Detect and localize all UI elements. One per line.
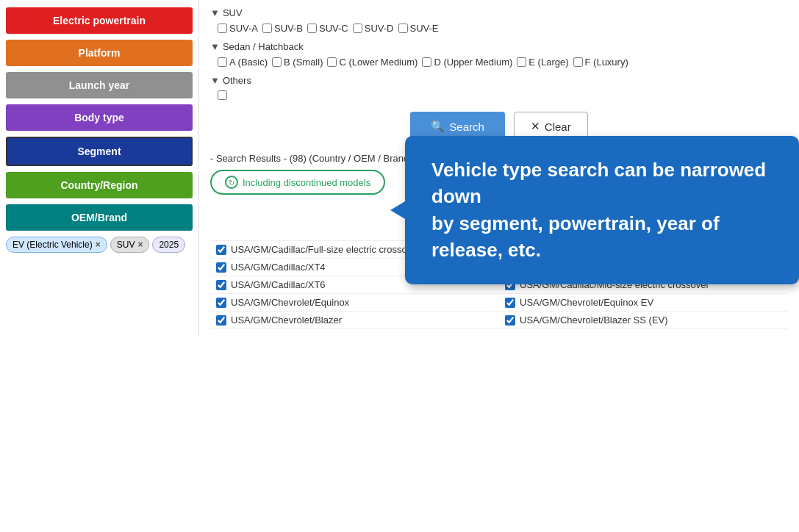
sedan-b-checkbox[interactable] — [272, 57, 282, 67]
suv-b-checkbox[interactable] — [262, 24, 272, 33]
suv-a-option[interactable]: SUV-A — [218, 23, 258, 34]
result-checkbox-2-left[interactable] — [216, 262, 226, 273]
result-checkbox-1-left[interactable] — [216, 245, 226, 255]
sedan-e-option[interactable]: E (Large) — [517, 57, 568, 68]
suv-b-option[interactable]: SUV-B — [262, 23, 303, 34]
result-label-4-right: USA/GM/Chevrolet/Equinox EV — [520, 297, 653, 308]
sedan-options-row: A (Basic) B (Small) C (Lower Medium) D (… — [218, 57, 788, 68]
suv-d-checkbox[interactable] — [353, 24, 362, 33]
tooltip-text: Vehicle type search can be narrowed down… — [431, 159, 766, 261]
sedan-d-option[interactable]: D (Upper Medium) — [422, 57, 512, 68]
others-checkbox[interactable] — [218, 90, 227, 100]
suv-section-title: SUV — [223, 7, 243, 18]
sedan-section-title: Sedan / Hatchback — [223, 41, 304, 52]
discontinued-toggle-icon: ↻ — [225, 176, 238, 189]
suv-e-option[interactable]: SUV-E — [398, 23, 439, 34]
tag-suv[interactable]: SUV × — [110, 237, 150, 253]
sedan-f-checkbox[interactable] — [573, 57, 583, 67]
country-region-btn[interactable]: Country/Region — [6, 172, 193, 198]
tag-ev-label: EV (Electric Vehicle) — [12, 240, 93, 250]
result-checkbox-4-right[interactable] — [505, 298, 515, 308]
platform-btn[interactable]: Platform — [6, 40, 193, 66]
tag-ev-remove[interactable]: × — [96, 240, 101, 250]
result-checkbox-5-right[interactable] — [505, 315, 515, 326]
suv-options-row: SUV-A SUV-B SUV-C SUV-D SUV-E — [218, 23, 788, 34]
search-label: Search — [449, 121, 484, 133]
result-label-4-left: USA/GM/Chevrolet/Equinox — [231, 297, 349, 308]
content-area: ▼ SUV SUV-A SUV-B SUV-C SUV-D SUV-E ▼ Se… — [198, 0, 799, 337]
tag-suv-label: SUV — [117, 240, 135, 250]
sedan-section-header: ▼ Sedan / Hatchback — [210, 41, 788, 52]
others-section-title: Others — [223, 75, 251, 86]
sedan-d-checkbox[interactable] — [422, 57, 431, 67]
sedan-b-option[interactable]: B (Small) — [272, 57, 323, 68]
sedan-a-option[interactable]: A (Basic) — [218, 57, 268, 68]
suv-d-option[interactable]: SUV-D — [353, 23, 394, 34]
others-section: ▼ Others — [210, 75, 788, 100]
suv-section: ▼ SUV SUV-A SUV-B SUV-C SUV-D SUV-E — [210, 7, 788, 34]
result-item-4-left[interactable]: USA/GM/Chevrolet/Equinox — [210, 294, 499, 312]
result-label-3-left: USA/GM/Cadillac/XT6 — [231, 279, 326, 290]
result-item-4-right[interactable]: USA/GM/Chevrolet/Equinox EV — [499, 294, 788, 312]
sedan-collapse-arrow[interactable]: ▼ — [210, 41, 220, 52]
clear-label: Clear — [545, 121, 571, 133]
segment-btn[interactable]: Segment — [6, 137, 193, 166]
launch-year-btn[interactable]: Launch year — [6, 72, 193, 98]
sedan-section: ▼ Sedan / Hatchback A (Basic) B (Small) … — [210, 41, 788, 68]
suv-section-header: ▼ SUV — [210, 7, 788, 18]
sedan-c-checkbox[interactable] — [327, 57, 337, 67]
result-item-5-left[interactable]: USA/GM/Chevrolet/Blazer — [210, 312, 499, 329]
suv-e-checkbox[interactable] — [398, 24, 408, 33]
sedan-f-option[interactable]: F (Luxury) — [573, 57, 628, 68]
result-checkbox-4-left[interactable] — [216, 298, 226, 308]
tag-suv-remove[interactable]: × — [137, 240, 143, 250]
sidebar: Electric powertrain Platform Launch year… — [0, 0, 198, 337]
tag-ev[interactable]: EV (Electric Vehicle) × — [6, 237, 107, 253]
clear-icon: ✕ — [531, 120, 540, 133]
suv-c-checkbox[interactable] — [307, 24, 317, 33]
discontinued-label: Including discontinued models — [243, 177, 370, 188]
result-checkbox-5-left[interactable] — [216, 315, 226, 326]
electric-powertrain-btn[interactable]: Electric powertrain — [6, 7, 193, 34]
others-checkbox-label[interactable] — [218, 90, 227, 100]
search-icon: 🔍 — [431, 120, 445, 133]
tooltip-bubble: Vehicle type search can be narrowed down… — [405, 136, 799, 284]
suv-a-checkbox[interactable] — [218, 24, 227, 33]
result-item-5-right[interactable]: USA/GM/Chevrolet/Blazer SS (EV) — [499, 312, 788, 329]
tag-2025-label: 2025 — [159, 240, 179, 250]
others-section-header: ▼ Others — [210, 75, 788, 86]
result-label-5-left: USA/GM/Chevrolet/Blazer — [231, 314, 342, 326]
oem-brand-btn[interactable]: OEM/Brand — [6, 204, 193, 231]
others-options-row — [218, 90, 788, 100]
sedan-e-checkbox[interactable] — [517, 57, 526, 67]
result-checkbox-3-left[interactable] — [216, 280, 226, 290]
suv-collapse-arrow[interactable]: ▼ — [210, 7, 220, 18]
discontinued-button[interactable]: ↻ Including discontinued models — [210, 170, 385, 195]
tag-2025[interactable]: 2025 — [152, 237, 185, 253]
result-label-2-left: USA/GM/Cadillac/XT4 — [231, 262, 326, 273]
result-label-5-right: USA/GM/Chevrolet/Blazer SS (EV) — [520, 314, 668, 326]
result-label-1-left: USA/GM/Cadillac/Full-size electric cross… — [231, 244, 420, 255]
others-collapse-arrow[interactable]: ▼ — [210, 75, 220, 86]
body-type-btn[interactable]: Body type — [6, 104, 193, 131]
suv-c-option[interactable]: SUV-C — [307, 23, 348, 34]
sedan-a-checkbox[interactable] — [218, 57, 227, 67]
sedan-c-option[interactable]: C (Lower Medium) — [327, 57, 418, 68]
tags-row: EV (Electric Vehicle) × SUV × 2025 — [6, 237, 193, 253]
